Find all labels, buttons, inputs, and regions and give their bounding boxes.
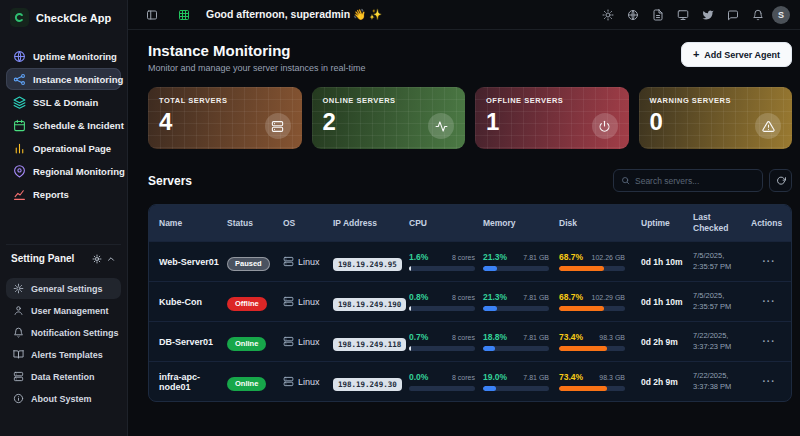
server-name: Web-Server01 [149,257,227,267]
column-header-last-checked: Last Checked [693,212,751,233]
disk-bar [559,346,625,351]
settings-item-data-retention[interactable]: Data Retention [6,366,121,387]
ip-address: 198.19.249.95 [333,258,402,271]
stat-label: OFFLINE SERVERS [486,96,618,105]
cpu-metric: 0.7%8 cores [409,332,475,351]
cpu-bar [409,386,475,391]
add-server-agent-button[interactable]: + Add Server Agent [681,42,792,67]
grid-icon[interactable] [174,5,194,25]
monitor-icon[interactable] [673,5,693,25]
table-row-kube-con[interactable]: Kube-Con Offline Linux 198.19.249.190 0.… [149,281,791,321]
row-actions-button[interactable]: ··· [763,377,776,387]
cpu-bar [409,306,475,311]
cpu-bar [409,346,475,351]
uptime: 0d 1h 10m [641,257,693,267]
app-logo: CheckCle App [6,0,121,37]
sidebar-item-uptime-monitoring[interactable]: Uptime Monitoring [6,45,121,67]
settings-item-about-system[interactable]: About System [6,388,121,409]
globe-icon [13,50,26,63]
topbar-left-icons [142,5,194,25]
sun-icon[interactable] [598,5,618,25]
refresh-button[interactable] [769,169,792,192]
settings-item-notification-settings[interactable]: Notification Settings [6,322,121,343]
os-cell: Linux [283,296,329,307]
cpu-metric: 0.0%8 cores [409,372,475,391]
page-title: Instance Monitoring [148,42,366,59]
servers-header: Servers [148,169,792,192]
sidebar-item-regional-monitoring[interactable]: Regional Monitoring [6,160,121,182]
memory-bar [483,266,549,271]
memory-bar [483,346,549,351]
sidebar-item-instance-monitoring[interactable]: Instance Monitoring [6,68,121,90]
settings-item-alerts-templates[interactable]: Alerts Templates [6,344,121,365]
settings-item-general-settings[interactable]: General Settings [6,278,121,299]
row-actions-button[interactable]: ··· [763,337,776,347]
report-icon [13,188,26,201]
column-header-disk: Disk [559,218,641,229]
panel-icon[interactable] [142,5,162,25]
row-actions-button[interactable]: ··· [763,297,776,307]
app-title: CheckCle App [36,12,111,24]
column-header-cpu: CPU [409,218,483,229]
table-row-infra-apc-node01[interactable]: infra-apc-node01 Online Linux 198.19.249… [149,361,791,401]
memory-metric: 19.0%7.81 GB [483,372,549,391]
memory-bar [483,386,549,391]
column-header-memory: Memory [483,218,559,229]
table-row-web-server01[interactable]: Web-Server01 Paused Linux 198.19.249.95 … [149,241,791,281]
content: Instance Monitoring Monitor and manage y… [128,30,800,436]
table-body: Web-Server01 Paused Linux 198.19.249.95 … [149,241,791,401]
user-avatar[interactable]: S [772,6,790,24]
memory-metric: 21.3%7.81 GB [483,292,549,311]
column-header-actions: Actions [751,218,791,229]
warning-icon [755,113,781,139]
column-header-name: Name [149,218,227,229]
memory-metric: 18.8%7.81 GB [483,332,549,351]
memory-bar [483,306,549,311]
chat-icon[interactable] [723,5,743,25]
uptime: 0d 2h 9m [641,377,693,387]
last-checked: 7/22/2025,3:37:38 PM [693,371,751,391]
sidebar-item-operational-page[interactable]: Operational Page [6,137,121,159]
stat-card-online-servers: ONLINE SERVERS 2 [312,87,466,149]
database-icon [13,371,24,382]
row-actions-button[interactable]: ··· [763,257,776,267]
stat-label: ONLINE SERVERS [323,96,455,105]
chevron-up-icon [106,254,116,264]
sidebar-settings-nav: General Settings User Management Notific… [6,278,121,410]
sidebar-item-ssl-domain[interactable]: SSL & Domain [6,91,121,113]
column-header-os: OS [283,218,333,229]
last-checked: 7/5/2025,2:35:57 PM [693,291,751,311]
book-icon [13,349,24,360]
plus-icon: + [693,49,699,60]
status-badge: Paused [227,257,270,271]
stat-label: WARNING SERVERS [650,96,782,105]
last-checked: 7/5/2025,2:35:57 PM [693,251,751,271]
os-cell: Linux [283,336,329,347]
globe-icon[interactable] [623,5,643,25]
search-input[interactable] [635,176,755,186]
greeting-text: Good afternoon, superadmin 👋 ✨ [206,8,382,21]
disk-bar [559,306,625,311]
power-icon [592,113,618,139]
main-area: Good afternoon, superadmin 👋 ✨ S Instanc… [128,0,800,436]
table-row-db-server01[interactable]: DB-Server01 Online Linux 198.19.249.118 … [149,321,791,361]
file-icon[interactable] [648,5,668,25]
uptime: 0d 1h 10m [641,297,693,307]
os-cell: Linux [283,256,329,267]
bell-icon[interactable] [748,5,768,25]
info-icon [13,393,24,404]
linux-os-icon [283,336,294,347]
disk-bar [559,266,625,271]
servers-icon [265,113,291,139]
settings-panel-label: Setting Panel [11,253,74,264]
servers-table: NameStatusOSIP AddressCPUMemoryDiskUptim… [148,204,792,402]
twitter-icon[interactable] [698,5,718,25]
stat-card-warning-servers: WARNING SERVERS 0 [639,87,793,149]
sidebar-item-schedule-incident[interactable]: Schedule & Incident [6,114,121,136]
settings-item-user-management[interactable]: User Management [6,300,121,321]
cpu-metric: 1.6%8 cores [409,252,475,271]
stats-row: TOTAL SERVERS 4 ONLINE SERVERS 2 OFFLINE… [148,87,792,149]
map-pin-icon [13,165,26,178]
settings-panel-header[interactable]: Setting Panel [6,244,121,270]
sidebar-item-reports[interactable]: Reports [6,183,121,205]
